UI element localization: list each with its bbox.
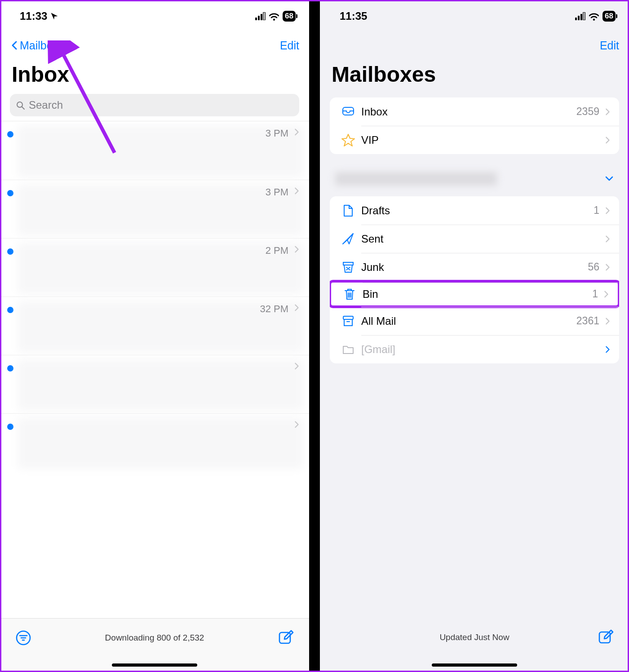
mailboxes-screen: 11:35 68 Edit Mailboxes Inbox2359VIP Dra… bbox=[320, 0, 629, 672]
wifi-icon bbox=[269, 12, 279, 21]
home-indicator[interactable] bbox=[112, 663, 197, 667]
chevron-right-icon bbox=[602, 290, 610, 299]
chevron-right-icon bbox=[293, 362, 300, 371]
chevron-right-icon bbox=[604, 107, 611, 116]
status-bar: 11:33 68 bbox=[0, 0, 309, 32]
sync-status: Updated Just Now bbox=[353, 632, 596, 642]
message-list[interactable]: 3 PM3 PM2 PM32 PM bbox=[0, 121, 309, 672]
filter-button[interactable] bbox=[13, 628, 33, 648]
chevron-right-icon bbox=[604, 206, 611, 215]
chevron-right-icon bbox=[604, 345, 611, 354]
chevron-right-icon bbox=[293, 186, 300, 195]
folder-icon bbox=[338, 343, 359, 356]
message-row[interactable]: 3 PM bbox=[0, 121, 309, 180]
battery-indicator: 68 bbox=[602, 11, 616, 22]
mailbox-count: 2359 bbox=[576, 106, 599, 118]
sync-status: Downloading 800 of 2,532 bbox=[33, 633, 276, 643]
chevron-right-icon bbox=[604, 263, 611, 272]
mailbox-group-top: Inbox2359VIP bbox=[330, 97, 619, 154]
message-time: 32 PM bbox=[260, 303, 288, 315]
trash-icon bbox=[339, 287, 360, 301]
mailbox-label: All Mail bbox=[359, 315, 576, 327]
battery-indicator: 68 bbox=[283, 11, 296, 22]
mailbox-count: 56 bbox=[588, 261, 599, 273]
page-title: Inbox bbox=[0, 58, 309, 91]
mailbox-label: Junk bbox=[359, 261, 588, 274]
chevron-right-icon bbox=[604, 317, 611, 326]
mailbox-count: 1 bbox=[592, 288, 598, 300]
message-redacted bbox=[18, 418, 303, 469]
junk-icon bbox=[338, 261, 359, 274]
wifi-icon bbox=[589, 12, 599, 21]
home-indicator[interactable] bbox=[432, 663, 517, 667]
signal-icon bbox=[255, 12, 266, 20]
chevron-down-icon bbox=[605, 174, 614, 183]
search-icon bbox=[15, 100, 25, 110]
chevron-right-icon bbox=[604, 234, 611, 243]
mailbox-row-sent[interactable]: Sent bbox=[330, 225, 619, 253]
message-redacted bbox=[18, 243, 303, 294]
status-time: 11:35 bbox=[340, 10, 367, 22]
message-row[interactable] bbox=[0, 355, 309, 413]
inbox-icon bbox=[338, 105, 359, 119]
signal-icon bbox=[575, 12, 585, 20]
chevron-left-icon bbox=[10, 40, 19, 51]
mailbox-label: VIP bbox=[359, 134, 604, 146]
send-icon bbox=[338, 232, 359, 246]
mailbox-row-inbox[interactable]: Inbox2359 bbox=[330, 97, 619, 126]
edit-button[interactable]: Edit bbox=[280, 39, 299, 52]
message-redacted bbox=[18, 185, 303, 235]
page-title: Mailboxes bbox=[320, 58, 629, 91]
compose-button[interactable] bbox=[596, 628, 616, 647]
mailbox-row-bin[interactable]: Bin1 bbox=[330, 280, 619, 308]
account-name-redacted bbox=[335, 172, 497, 186]
unread-dot-icon bbox=[7, 190, 13, 196]
edit-button[interactable]: Edit bbox=[600, 39, 619, 52]
chevron-right-icon bbox=[604, 136, 611, 145]
compose-button[interactable] bbox=[276, 628, 296, 648]
chevron-right-icon bbox=[293, 128, 300, 137]
star-icon bbox=[338, 133, 359, 147]
chevron-right-icon bbox=[293, 420, 300, 429]
unread-dot-icon bbox=[7, 365, 13, 371]
screenshot-divider bbox=[309, 0, 320, 672]
mailbox-row-junk[interactable]: Junk56 bbox=[330, 253, 619, 281]
mailbox-label: Inbox bbox=[359, 106, 576, 118]
search-placeholder: Search bbox=[29, 99, 63, 111]
unread-dot-icon bbox=[7, 307, 13, 313]
location-icon bbox=[50, 12, 59, 21]
mailbox-row-vip[interactable]: VIP bbox=[330, 126, 619, 154]
status-time: 11:33 bbox=[20, 10, 47, 22]
unread-dot-icon bbox=[7, 248, 13, 255]
message-row[interactable] bbox=[0, 413, 309, 472]
mailbox-label: [Gmail] bbox=[359, 343, 604, 356]
mailbox-count: 2361 bbox=[576, 315, 599, 327]
status-bar: 11:35 68 bbox=[320, 0, 629, 32]
message-row[interactable]: 32 PM bbox=[0, 296, 309, 355]
mailbox-label: Sent bbox=[359, 233, 604, 245]
archive-icon bbox=[338, 314, 359, 328]
mailbox-count: 1 bbox=[594, 204, 599, 217]
message-redacted bbox=[18, 126, 303, 177]
doc-icon bbox=[338, 204, 359, 217]
back-label: Mailboxes bbox=[20, 39, 71, 52]
unread-dot-icon bbox=[7, 131, 13, 137]
unread-dot-icon bbox=[7, 424, 13, 430]
mailbox-row-drafts[interactable]: Drafts1 bbox=[330, 196, 619, 225]
back-mailboxes-button[interactable]: Mailboxes bbox=[10, 39, 71, 52]
message-time: 2 PM bbox=[266, 245, 288, 256]
message-row[interactable]: 3 PM bbox=[0, 180, 309, 238]
chevron-right-icon bbox=[293, 303, 300, 312]
mailbox-row--gmail-[interactable]: [Gmail] bbox=[330, 335, 619, 363]
chevron-right-icon bbox=[293, 245, 300, 254]
account-section-header[interactable] bbox=[335, 171, 614, 186]
search-input[interactable]: Search bbox=[10, 94, 299, 116]
mailbox-label: Drafts bbox=[359, 204, 594, 217]
mailbox-group-account: Drafts1SentJunk56Bin1All Mail2361[Gmail] bbox=[330, 196, 619, 363]
mailbox-label: Bin bbox=[360, 288, 592, 301]
message-time: 3 PM bbox=[266, 128, 288, 139]
message-redacted bbox=[18, 360, 303, 411]
inbox-screen: 11:33 68 Mailboxes Edit Inbox Search 3 P… bbox=[0, 0, 309, 672]
mailbox-row-all-mail[interactable]: All Mail2361 bbox=[330, 307, 619, 335]
message-row[interactable]: 2 PM bbox=[0, 238, 309, 296]
